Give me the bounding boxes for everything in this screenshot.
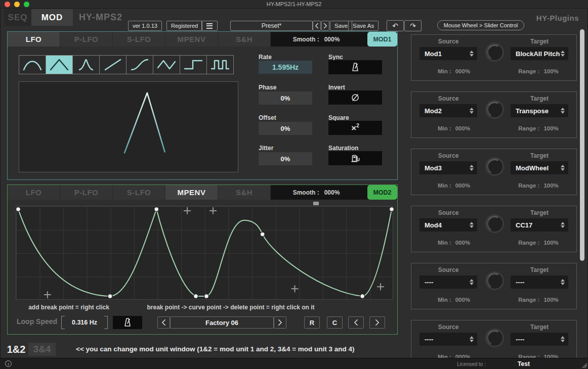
lfo-shape-step-button[interactable] [180, 55, 207, 74]
min-value-slider[interactable]: Min : 000% [424, 297, 484, 303]
env-shift-left-button[interactable] [348, 316, 364, 329]
target-selected-value: CC17 [511, 221, 532, 229]
mod-amount-knob[interactable] [485, 214, 504, 233]
range-value-slider[interactable]: Range : 100% [506, 240, 571, 246]
range-value-slider[interactable]: Range : 100% [506, 125, 571, 131]
mod-units-34-tab[interactable]: 3&4 [28, 343, 56, 356]
min-value: 000% [455, 240, 470, 246]
licensee-name: Test [509, 360, 539, 367]
target-select[interactable]: Transpose [511, 104, 568, 117]
loop-speed-value-slider[interactable]: 0.316 Hz [61, 316, 108, 329]
saturation-toggle[interactable] [328, 151, 382, 165]
resize-grip-icon[interactable] [581, 362, 587, 368]
mod1-badge: MOD1 [367, 32, 397, 47]
seq-tab[interactable]: SEQ [4, 9, 31, 26]
lfo-shape-sine-button[interactable] [19, 55, 46, 74]
lfo-shape-zigzag-button[interactable] [153, 55, 180, 74]
target-label: Target [511, 95, 568, 102]
source-select[interactable]: ---- [419, 333, 477, 346]
info-icon[interactable]: i [5, 360, 12, 367]
mod2-tab-lfo[interactable]: LFO [8, 185, 60, 200]
mod-amount-knob[interactable] [485, 157, 504, 176]
mod2-tab-mpenv[interactable]: MPENV [165, 185, 218, 200]
square-toggle[interactable]: ×2 [328, 121, 382, 135]
env-shift-right-button[interactable] [369, 316, 385, 329]
range-value: 100% [543, 240, 558, 246]
rate-value-slider[interactable]: 1.595Hz [259, 61, 312, 74]
source-label: Source [419, 266, 477, 273]
lfo-shape-pulse-button[interactable] [206, 55, 234, 74]
source-select[interactable]: Mod4 [419, 218, 477, 232]
undo-button[interactable]: ↶ [387, 20, 404, 31]
mod2-tab-sh[interactable]: S&H [218, 185, 271, 200]
smooth-value: 000% [324, 36, 340, 43]
range-value-slider[interactable]: Range : 100% [506, 297, 571, 303]
source-select[interactable]: Mod3 [419, 161, 477, 174]
lfo-shape-spike-button[interactable] [72, 55, 100, 74]
min-value-slider[interactable]: Min : 000% [424, 182, 484, 189]
range-value-slider[interactable]: Range : 100% [506, 68, 571, 74]
invert-toggle[interactable] [328, 90, 382, 105]
lfo-shape-scurve-button[interactable] [126, 55, 153, 74]
x-squared-icon: ×2 [351, 123, 359, 132]
env-preset-name[interactable]: Factory 06 [170, 316, 274, 329]
envelope-curve[interactable] [18, 209, 392, 296]
source-select[interactable]: Mod2 [419, 104, 477, 117]
redo-button[interactable]: ↷ [404, 20, 422, 31]
lfo-shape-triangle-button[interactable] [46, 55, 73, 74]
target-select[interactable]: CC17 [511, 218, 568, 232]
mod2-tab-plfo[interactable]: P-LFO [60, 185, 113, 200]
mouse-wheel-mode-button[interactable]: Mouse Wheel > Slider Control [437, 20, 524, 30]
mod-amount-knob[interactable] [485, 271, 504, 290]
loop-sync-toggle[interactable] [113, 316, 142, 329]
min-value-slider[interactable]: Min : 000% [424, 240, 484, 246]
source-select[interactable]: ---- [419, 275, 477, 289]
save-as-button[interactable]: Save As [348, 21, 379, 31]
range-value: 100% [543, 182, 558, 189]
mod1-tab-slfo[interactable]: S-LFO [113, 32, 165, 47]
target-label: Target [511, 266, 568, 273]
breakpoint-dots[interactable] [16, 207, 394, 298]
mod1-tab-lfo[interactable]: LFO [8, 32, 60, 47]
min-value-slider[interactable]: Min : 000% [424, 68, 484, 74]
source-label: Source [419, 38, 477, 45]
preset-selector[interactable]: Preset* [230, 21, 313, 31]
mod1-tab-sh[interactable]: S&H [218, 32, 271, 47]
preset-prev-button[interactable] [313, 21, 321, 31]
range-value-slider[interactable]: Range : 100% [506, 182, 571, 189]
env-preset-prev-button[interactable] [157, 316, 170, 329]
mod2-tab-slfo[interactable]: S-LFO [113, 185, 165, 200]
env-copy-button[interactable]: C [327, 316, 343, 329]
lfo-shape-ramp-button[interactable] [99, 55, 127, 74]
env-reset-button[interactable]: R [304, 316, 320, 329]
offset-label: Offset [259, 114, 276, 121]
min-value-slider[interactable]: Min : 000% [424, 125, 484, 131]
version-label: ver 1.0.13 [128, 21, 162, 31]
mod1-tab-mpenv[interactable]: MPENV [165, 32, 218, 47]
target-select[interactable]: ---- [511, 333, 568, 346]
mod-tab[interactable]: MOD [31, 9, 73, 26]
lfo-waveform-display[interactable] [19, 81, 238, 172]
preset-next-button[interactable] [321, 21, 329, 31]
source-select[interactable]: Mod1 [419, 47, 477, 60]
mod-amount-knob[interactable] [485, 43, 504, 62]
phase-value-slider[interactable]: 0% [259, 91, 312, 105]
min-label: Min : [438, 125, 451, 131]
mod-amount-knob[interactable] [485, 329, 504, 347]
sync-toggle[interactable] [328, 60, 382, 74]
mod1-tab-plfo[interactable]: P-LFO [60, 32, 113, 47]
target-select[interactable]: ---- [511, 275, 568, 289]
target-select[interactable]: BlockAll Pitch [511, 47, 568, 60]
envelope-grid-handle[interactable] [313, 202, 319, 205]
mod-units-12-tab[interactable]: 1&2 [5, 343, 27, 356]
chevron-right-icon [323, 23, 327, 29]
envelope-editor[interactable] [16, 206, 393, 300]
target-select[interactable]: ModWheel [511, 161, 568, 174]
mod-amount-knob[interactable] [485, 100, 504, 119]
env-preset-next-button[interactable] [274, 316, 286, 329]
jitter-value-slider[interactable]: 0% [259, 152, 312, 165]
mod-slot-scrollbar[interactable] [580, 29, 584, 261]
offset-value-slider[interactable]: 0% [259, 122, 312, 135]
menu-button[interactable] [201, 21, 218, 31]
titlebar: HY-MPS2/1-HY-MPS2 [0, 0, 588, 9]
